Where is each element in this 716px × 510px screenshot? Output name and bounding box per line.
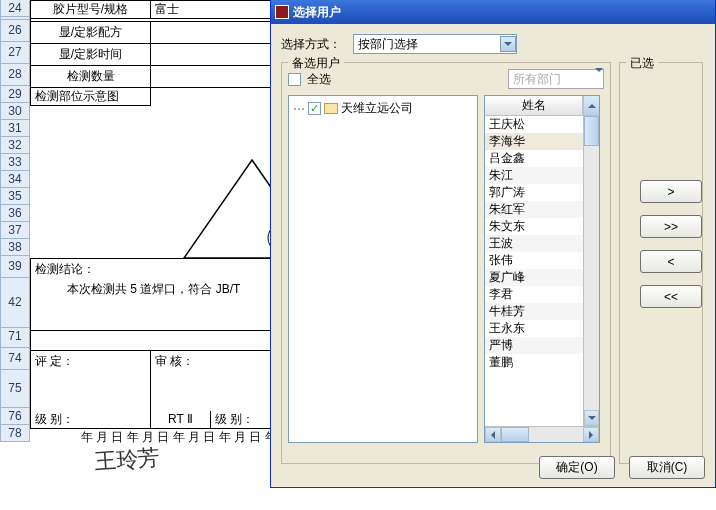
move-all-right-button[interactable]: >> — [640, 215, 702, 238]
row-hdr[interactable]: 39 — [0, 256, 30, 278]
dept-tree[interactable]: ⋯ 天维立远公司 — [288, 95, 478, 443]
scroll-thumb[interactable] — [501, 427, 529, 442]
move-left-button[interactable]: < — [640, 250, 702, 273]
group-legend: 备选用户 — [288, 55, 344, 72]
list-item[interactable]: 董鹏 — [485, 354, 583, 371]
scroll-down-button[interactable] — [584, 410, 599, 426]
group-legend: 已选 — [626, 55, 658, 72]
cell[interactable]: 显/定影配方 — [31, 22, 151, 44]
row-hdr[interactable]: 31 — [0, 120, 30, 137]
cell[interactable]: 评 定： — [31, 351, 151, 373]
list-item[interactable]: 王永东 — [485, 320, 583, 337]
cell[interactable]: 检测部位示意图 — [31, 88, 151, 106]
list-item[interactable]: 王庆松 — [485, 116, 583, 133]
row-hdr[interactable]: 29 — [0, 86, 30, 103]
tree-label: 天维立远公司 — [341, 100, 413, 117]
cancel-button[interactable]: 取消(C) — [629, 456, 705, 479]
cell[interactable]: 显/定影时间 — [31, 44, 151, 66]
list-item[interactable]: 王波 — [485, 235, 583, 252]
list-item[interactable]: 吕金鑫 — [485, 150, 583, 167]
row-hdr[interactable]: 76 — [0, 408, 30, 425]
row-hdr[interactable]: 36 — [0, 205, 30, 222]
row-hdr[interactable]: 74 — [0, 348, 30, 370]
row-hdr[interactable]: 33 — [0, 154, 30, 171]
vertical-scrollbar[interactable] — [583, 116, 599, 426]
row-hdr[interactable]: 27 — [0, 42, 30, 64]
list-item[interactable]: 朱文东 — [485, 218, 583, 235]
app-icon — [275, 5, 289, 19]
scroll-up-button[interactable] — [583, 96, 599, 115]
select-method-label: 选择方式： — [281, 36, 353, 53]
ok-button[interactable]: 确定(O) — [539, 456, 615, 479]
dept-combo[interactable]: 所有部门 — [508, 69, 604, 89]
scroll-thumb[interactable] — [584, 116, 599, 146]
tree-checkbox[interactable] — [308, 102, 321, 115]
list-item[interactable]: 郭广涛 — [485, 184, 583, 201]
list-header[interactable]: 姓名 — [485, 96, 583, 115]
row-hdr[interactable]: 78 — [0, 425, 30, 442]
list-item[interactable]: 李君 — [485, 286, 583, 303]
row-hdr[interactable]: 30 — [0, 103, 30, 120]
signature: 王玲芳 — [93, 443, 161, 478]
combo-value: 按部门选择 — [358, 36, 418, 53]
move-right-button[interactable]: > — [640, 180, 702, 203]
name-list: 姓名 王庆松李海华吕金鑫朱江郭广涛朱红军朱文东王波张伟夏广峰李君牛桂芳王永东严博… — [484, 95, 600, 443]
row-hdr[interactable]: 38 — [0, 239, 30, 256]
row-hdr[interactable]: 28 — [0, 64, 30, 86]
list-item[interactable]: 严博 — [485, 337, 583, 354]
row-hdr[interactable]: 35 — [0, 188, 30, 205]
select-method-combo[interactable]: 按部门选择 — [353, 34, 517, 54]
row-hdr[interactable]: 42 — [0, 278, 30, 328]
list-item[interactable]: 张伟 — [485, 252, 583, 269]
folder-icon — [324, 103, 338, 114]
move-all-left-button[interactable]: << — [640, 285, 702, 308]
titlebar[interactable]: 选择用户 — [271, 0, 715, 24]
list-item[interactable]: 朱红军 — [485, 201, 583, 218]
list-item[interactable]: 朱江 — [485, 167, 583, 184]
horizontal-scrollbar[interactable] — [485, 426, 599, 442]
dialog-title: 选择用户 — [293, 4, 341, 21]
select-all-label: 全选 — [307, 71, 331, 88]
cell[interactable]: 级 别： — [31, 411, 151, 429]
row-hdr[interactable]: 24 — [0, 0, 30, 17]
row-hdr[interactable]: 75 — [0, 370, 30, 408]
cell[interactable]: 检测数量 — [31, 66, 151, 88]
scroll-left-button[interactable] — [485, 427, 501, 442]
list-item[interactable]: 李海华 — [485, 133, 583, 150]
tree-node[interactable]: ⋯ 天维立远公司 — [293, 100, 473, 117]
select-all-checkbox[interactable] — [288, 73, 301, 86]
cell[interactable]: 胶片型号/规格 — [31, 1, 151, 19]
row-hdr[interactable]: 71 — [0, 328, 30, 348]
chevron-down-icon[interactable] — [500, 36, 516, 52]
candidates-group: 备选用户 全选 所有部门 ⋯ 天维立远公司 — [281, 62, 611, 464]
row-headers: 24 26 27 28 29 30 31 32 33 34 35 36 37 3… — [0, 0, 30, 442]
row-hdr[interactable]: 37 — [0, 222, 30, 239]
list-item[interactable]: 夏广峰 — [485, 269, 583, 286]
chevron-down-icon[interactable] — [595, 72, 603, 86]
row-hdr[interactable]: 34 — [0, 171, 30, 188]
scroll-right-button[interactable] — [583, 427, 599, 442]
cell[interactable]: RT Ⅱ — [151, 411, 211, 429]
list-item[interactable]: 牛桂芳 — [485, 303, 583, 320]
row-hdr[interactable]: 32 — [0, 137, 30, 154]
dept-placeholder: 所有部门 — [513, 71, 561, 88]
list-items[interactable]: 王庆松李海华吕金鑫朱江郭广涛朱红军朱文东王波张伟夏广峰李君牛桂芳王永东严博董鹏 — [485, 116, 583, 426]
move-buttons: > >> < << — [640, 180, 702, 308]
row-hdr[interactable]: 26 — [0, 20, 30, 42]
